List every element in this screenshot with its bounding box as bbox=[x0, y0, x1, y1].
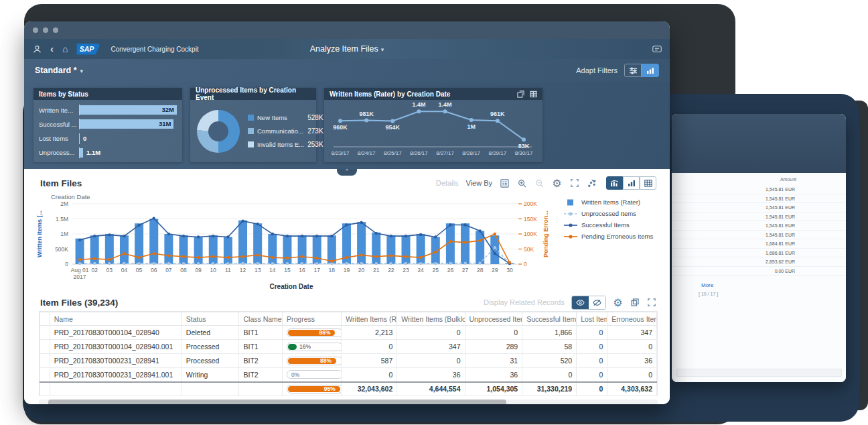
donut-legend: New Items528KCommunicatio...273KInvalid … bbox=[248, 114, 323, 148]
export-icon[interactable] bbox=[630, 298, 640, 308]
more-link[interactable]: More bbox=[701, 282, 713, 288]
content-area: Item Files Details View By ⚙ bbox=[24, 169, 670, 404]
column-header[interactable]: Lost Items bbox=[577, 312, 607, 326]
table-fullscreen-icon[interactable] bbox=[646, 298, 656, 308]
show-related-icon[interactable] bbox=[572, 296, 589, 309]
column-header[interactable]: Name bbox=[50, 312, 182, 326]
legend-label: Invalid Items E... bbox=[257, 141, 304, 148]
back-icon[interactable]: ‹ bbox=[50, 44, 54, 54]
svg-text:21: 21 bbox=[373, 267, 380, 274]
page-title-dropdown[interactable]: Analyze Item Files▾ bbox=[310, 44, 384, 54]
scrollbar-thumb[interactable] bbox=[48, 400, 506, 404]
table-row[interactable]: PRD_20170830T000104_028940DeletedBIT186%… bbox=[40, 326, 657, 340]
open-in-new-icon[interactable] bbox=[517, 90, 524, 98]
legend-label: Communicatio... bbox=[257, 127, 304, 135]
svg-text:200K: 200K bbox=[524, 200, 537, 207]
legend-item[interactable]: Successful Items bbox=[564, 221, 670, 229]
totals-row: 95%32,043,6024,644,5541,054,30531,330,21… bbox=[40, 382, 657, 396]
zoom-out-icon[interactable] bbox=[534, 178, 545, 188]
user-icon[interactable] bbox=[32, 44, 42, 54]
table-settings-icon[interactable]: ⚙ bbox=[613, 298, 623, 308]
legend-item[interactable]: Pending Erroneous Items bbox=[564, 233, 670, 240]
status-bar-zone: 1.1M bbox=[79, 147, 177, 158]
legend-item[interactable]: Unprocessed Items bbox=[564, 210, 670, 217]
legend-icon[interactable] bbox=[500, 178, 510, 188]
bar-chart-button[interactable] bbox=[623, 176, 640, 190]
chart-settings-icon[interactable]: ⚙ bbox=[552, 178, 562, 188]
svg-text:8/25/17: 8/25/17 bbox=[384, 150, 402, 156]
table-row[interactable]: PRD_20170830T000231_028941ProcessedBIT28… bbox=[40, 354, 657, 368]
hide-related-icon[interactable] bbox=[589, 296, 605, 309]
svg-text:Pending Erron...: Pending Erron... bbox=[542, 210, 549, 257]
table-row[interactable]: PRD_20170830T000231_028941.001WritingBIT… bbox=[40, 368, 657, 382]
column-header[interactable]: Written Items (Bulkloader) bbox=[397, 312, 465, 326]
status-bar-value: 1.1M bbox=[86, 148, 100, 158]
collapse-header-button[interactable]: ⌃ bbox=[337, 169, 357, 176]
column-header[interactable]: Unprocessed Items bbox=[465, 312, 522, 326]
background-window-scrollbar[interactable] bbox=[676, 369, 842, 377]
progress-indicator: 0% bbox=[287, 370, 342, 379]
column-header[interactable]: Progress bbox=[282, 312, 341, 326]
svg-text:07: 07 bbox=[165, 267, 172, 274]
progress-indicator: 88% bbox=[287, 357, 342, 365]
legend-item[interactable]: Written Items (Rater) bbox=[564, 198, 670, 206]
combination-chart: 0500K1M1.5M2M050K100K150K200KWritten Ite… bbox=[33, 200, 553, 283]
svg-text:12: 12 bbox=[240, 267, 246, 274]
combination-chart-button[interactable] bbox=[606, 176, 623, 190]
view-by-button[interactable]: View By bbox=[465, 179, 492, 187]
copilot-icon[interactable] bbox=[652, 44, 662, 54]
adapt-filters-button[interactable]: Adapt Filters bbox=[576, 66, 618, 74]
svg-text:29: 29 bbox=[492, 267, 498, 274]
svg-text:08: 08 bbox=[180, 267, 187, 274]
legend-label: Successful Items bbox=[581, 221, 630, 229]
chart-view-toggle[interactable] bbox=[642, 64, 659, 77]
background-window-body: Amount 1,545.81 EUR1,545.81 EUR1,545.81 … bbox=[672, 173, 846, 382]
table-view-button[interactable] bbox=[640, 176, 656, 190]
sap-logo: SAP bbox=[76, 44, 100, 55]
svg-text:11: 11 bbox=[225, 267, 231, 274]
home-icon[interactable]: ⌂ bbox=[62, 44, 68, 54]
column-header[interactable]: Class Name bbox=[239, 312, 282, 326]
legend-marker bbox=[564, 199, 577, 206]
main-window: ‹ ⌂ SAP Convergent Charging Cockpit Anal… bbox=[24, 21, 670, 404]
amount-row: 1,545.81 EUR bbox=[672, 213, 846, 222]
card-title: Written Items (Rater) by Creation Date bbox=[330, 90, 450, 98]
progress-indicator: 16% bbox=[287, 343, 342, 351]
variant-selector[interactable]: Standard *▾ bbox=[35, 66, 83, 75]
table-view-icon[interactable] bbox=[530, 90, 537, 98]
fullscreen-icon[interactable] bbox=[569, 178, 579, 188]
svg-text:05: 05 bbox=[136, 267, 143, 274]
svg-text:954K: 954K bbox=[386, 124, 401, 131]
column-header[interactable]: Erroneous Items bbox=[607, 312, 657, 326]
svg-text:16: 16 bbox=[299, 267, 305, 274]
selection-icon[interactable] bbox=[587, 178, 597, 188]
column-header[interactable]: Written Items (Rater) bbox=[342, 312, 397, 326]
svg-text:150K: 150K bbox=[524, 216, 537, 223]
display-related-records-button: Display Related Records bbox=[484, 298, 565, 306]
svg-text:18: 18 bbox=[329, 267, 336, 274]
status-bar-row: Written Ite...32M bbox=[39, 103, 177, 117]
chart-legend: Written Items (Rater)Unprocessed ItemsSu… bbox=[564, 198, 670, 240]
amount-column-header: Amount bbox=[780, 177, 796, 182]
window-dot[interactable] bbox=[53, 27, 58, 33]
status-bar-label: Unprocess... bbox=[39, 149, 79, 156]
donut-legend-item[interactable]: New Items528K bbox=[248, 114, 323, 121]
filter-rows-toggle[interactable] bbox=[624, 64, 642, 77]
app-header: ‹ ⌂ SAP Convergent Charging Cockpit Anal… bbox=[24, 39, 670, 59]
window-dot[interactable] bbox=[33, 27, 38, 33]
chart-section-title: Item Files bbox=[40, 178, 82, 188]
amount-row: 1,545.81 EUR bbox=[672, 194, 846, 204]
column-header[interactable]: Status bbox=[182, 312, 239, 326]
svg-text:02: 02 bbox=[91, 267, 98, 274]
window-dot[interactable] bbox=[43, 27, 48, 33]
zoom-in-icon[interactable] bbox=[517, 178, 527, 188]
legend-value: 528K bbox=[307, 114, 323, 121]
donut-legend-item[interactable]: Invalid Items E...253K bbox=[248, 141, 323, 148]
svg-text:14: 14 bbox=[269, 267, 276, 274]
svg-text:24: 24 bbox=[417, 267, 424, 274]
svg-text:8/27/17: 8/27/17 bbox=[436, 150, 454, 156]
table-row[interactable]: PRD_20170830T000104_028940.001ProcessedB… bbox=[40, 340, 657, 354]
donut-hole bbox=[208, 121, 228, 141]
column-header[interactable]: Successful Items bbox=[522, 312, 577, 326]
donut-legend-item[interactable]: Communicatio...273K bbox=[248, 127, 323, 135]
